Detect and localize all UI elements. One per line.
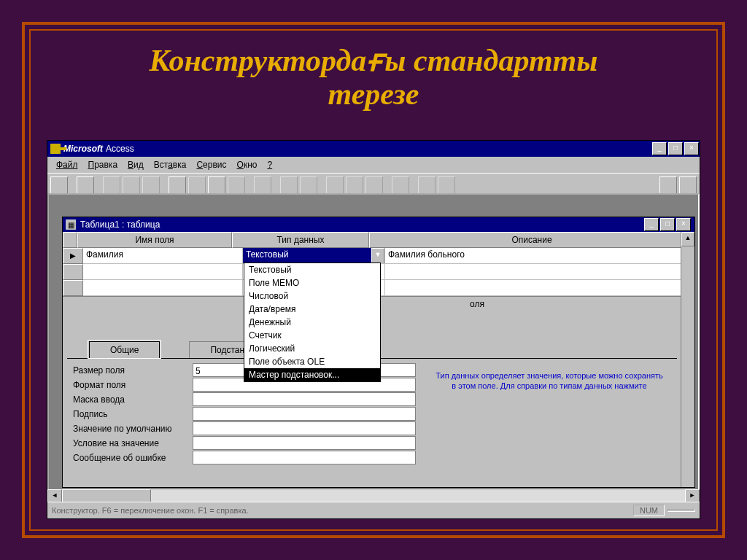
prop-value[interactable] [193, 421, 416, 435]
child-minimize[interactable]: _ [644, 218, 659, 231]
title-line2: терезе [328, 77, 419, 111]
find-button[interactable] [392, 176, 409, 194]
row-selector[interactable] [63, 280, 83, 296]
cell-name[interactable] [83, 280, 243, 296]
titlebar: Microsoft Access _ □ × [47, 141, 700, 157]
dropdown-option[interactable]: Числовой [244, 289, 380, 303]
scroll-left-icon[interactable]: ◄ [47, 489, 62, 502]
cell-name[interactable]: Фамилия [83, 248, 243, 264]
workspace: ▦ Таблица1 : таблица _ □ × Имя поля Тип … [47, 193, 700, 502]
prop-value[interactable] [193, 392, 416, 406]
prop-value[interactable] [193, 407, 416, 421]
child-titlebar: ▦ Таблица1 : таблица _ □ × [63, 217, 694, 232]
scroll-right-icon[interactable]: ► [685, 489, 700, 502]
cell-desc[interactable]: Фамилия больного [385, 248, 694, 264]
prop-row[interactable]: Маска ввода [73, 392, 416, 407]
dropdown-option[interactable]: Счетчик [244, 329, 380, 342]
cell-desc[interactable] [385, 264, 694, 280]
menu-edit[interactable]: Правка [84, 158, 123, 171]
scroll-thumb[interactable] [62, 489, 151, 502]
cell-type[interactable]: Текстовый ▼ [243, 248, 385, 264]
window-controls: _ □ × [651, 141, 700, 157]
header-name[interactable]: Имя поля [77, 232, 232, 248]
dropdown-option[interactable]: Поле объекта OLE [244, 355, 380, 368]
menu-insert[interactable]: Вставка [150, 158, 191, 171]
header-type[interactable]: Тип данных [232, 232, 369, 248]
menu-file[interactable]: Файл [52, 158, 82, 171]
menu-view[interactable]: Вид [123, 158, 148, 171]
print-button[interactable] [103, 176, 120, 194]
child-maximize[interactable]: □ [660, 218, 675, 231]
menu-window[interactable]: Окно [233, 158, 262, 171]
header-desc[interactable]: Описание [369, 232, 694, 248]
dropdown-option[interactable]: Денежный [244, 316, 380, 329]
prop-row[interactable]: Подпись [73, 407, 416, 421]
section-label: оля [464, 297, 694, 313]
status-text: Конструктор. F6 = переключение окон. F1 … [52, 506, 249, 515]
help-button[interactable] [679, 176, 697, 194]
prop-row[interactable]: Условие на значение [73, 436, 416, 451]
db-window-button[interactable] [659, 176, 677, 194]
row-selector[interactable]: ▶ [63, 248, 83, 264]
dropdown-option[interactable]: Поле МЕМО [244, 276, 380, 289]
preview-button[interactable] [123, 176, 140, 194]
paste-button[interactable] [208, 176, 225, 194]
dropdown-option[interactable]: Логический [244, 342, 380, 355]
tab-general[interactable]: Общие [89, 341, 160, 358]
key-icon [50, 144, 61, 154]
close-button[interactable]: × [684, 142, 699, 155]
undo-button[interactable] [254, 176, 271, 194]
vertical-scrollbar[interactable]: ▲ [681, 232, 694, 487]
copy-button[interactable] [188, 176, 206, 194]
cut-button[interactable] [169, 176, 186, 194]
num-indicator: NUM [633, 505, 665, 516]
filter2-button[interactable] [346, 176, 363, 194]
table-icon: ▦ [66, 219, 76, 230]
format-button[interactable] [228, 176, 245, 194]
app-window: Microsoft Access _ □ × Файл Правка Вид В… [47, 140, 700, 519]
sort-desc-button[interactable] [300, 176, 317, 194]
status-pad [667, 509, 695, 512]
new-button[interactable] [418, 176, 436, 194]
prop-value[interactable] [193, 436, 416, 450]
filter3-button[interactable] [365, 176, 383, 194]
horizontal-scrollbar[interactable]: ◄ ► [47, 489, 700, 502]
prop-row[interactable]: Значение по умолчанию [73, 421, 416, 436]
spell-button[interactable] [142, 176, 160, 194]
save-button[interactable] [77, 176, 94, 194]
sort-asc-button[interactable] [280, 176, 298, 194]
app-brand: Microsoft [63, 144, 103, 154]
filter1-button[interactable] [326, 176, 344, 194]
minimize-button[interactable]: _ [652, 142, 667, 155]
child-title: Таблица1 : таблица [80, 219, 160, 230]
app-name: Access [106, 144, 134, 154]
menubar: Файл Правка Вид Вставка Сервис Окно ? [47, 157, 700, 173]
delete-button[interactable] [438, 176, 455, 194]
maximize-button[interactable]: □ [668, 142, 683, 155]
slide-title: Конструктордағы стандартты терезе [31, 31, 716, 121]
dropdown-option[interactable]: Дата/время [244, 303, 380, 316]
view-button[interactable] [50, 176, 68, 194]
cell-name[interactable] [83, 264, 243, 280]
scroll-up-icon[interactable]: ▲ [681, 232, 694, 246]
child-close[interactable]: × [676, 218, 691, 231]
help-text: Тип данных определяет значения, которые … [427, 363, 671, 456]
menu-tools[interactable]: Сервис [192, 158, 231, 171]
row-selector[interactable] [63, 264, 83, 280]
table-window: ▦ Таблица1 : таблица _ □ × Имя поля Тип … [62, 217, 695, 488]
table-row[interactable]: ▶ Фамилия Текстовый ▼ Фамилия больного [63, 248, 694, 264]
slide-inner: Конструктордағы стандартты терезе Micros… [29, 29, 718, 531]
dropdown-option[interactable]: Текстовый [244, 263, 380, 276]
dropdown-option-selected[interactable]: Мастер подстановок... [244, 368, 380, 381]
statusbar: Конструктор. F6 = переключение окон. F1 … [47, 502, 700, 518]
cell-desc[interactable] [385, 280, 694, 296]
slide-frame: Конструктордағы стандартты терезе Micros… [22, 22, 725, 538]
prop-row[interactable]: Сообщение об ошибке [73, 451, 416, 465]
menu-help[interactable]: ? [263, 158, 276, 171]
prop-value[interactable] [193, 451, 416, 464]
title-line1: Конструктордағы стандартты [150, 44, 598, 77]
type-dropdown[interactable]: Текстовый Поле МЕМО Числовой Дата/время … [244, 262, 381, 382]
grid-header: Имя поля Тип данных Описание [63, 232, 694, 248]
dropdown-button[interactable]: ▼ [371, 248, 384, 264]
